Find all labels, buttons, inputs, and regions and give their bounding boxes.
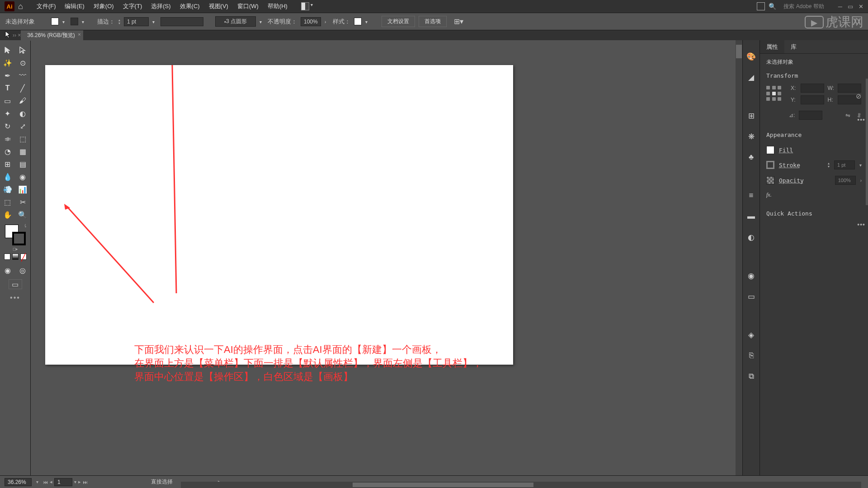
mesh-tool[interactable]: ⊞	[0, 158, 15, 170]
opacity-label[interactable]: Opacity	[779, 177, 830, 184]
draw-normal-icon[interactable]: ◉	[0, 264, 15, 277]
screen-mode-button[interactable]: ▭	[9, 279, 22, 289]
asset-export-icon[interactable]: ⎘	[746, 351, 756, 361]
fill-label[interactable]: Fill	[779, 147, 862, 154]
pen-tool[interactable]: ✒	[0, 69, 15, 82]
slice-tool[interactable]: ✂	[15, 196, 31, 208]
link-wh-icon[interactable]: ⊘	[856, 92, 862, 100]
curvature-tool[interactable]: 〰	[15, 69, 31, 82]
fill-swatch[interactable]	[51, 18, 59, 25]
panel-scrollbar[interactable]	[866, 79, 868, 205]
none-mode-swatch[interactable]: ╱	[20, 253, 27, 260]
layout-icon[interactable]	[757, 2, 765, 10]
direct-selection-tool[interactable]	[15, 44, 31, 56]
type-tool[interactable]: T	[0, 82, 15, 94]
document-setup-button[interactable]: 文档设置	[382, 16, 415, 27]
canvas-area[interactable]: 下面我们来认识一下AI的操作界面，点击AI界面的【新建】一个画板， 在界面上方是…	[31, 40, 742, 475]
artboard[interactable]: 下面我们来认识一下AI的操作界面，点击AI界面的【新建】一个画板， 在界面上方是…	[45, 65, 513, 365]
appearance-stroke-input[interactable]	[834, 160, 855, 169]
reference-point-grid[interactable]	[766, 86, 783, 102]
maximize-icon[interactable]: ▭	[848, 3, 853, 10]
hand-tool[interactable]: ✋	[0, 208, 15, 221]
chevron-right-icon[interactable]: ›	[325, 19, 329, 24]
transform-x-input[interactable]	[801, 84, 824, 93]
search-icon[interactable]: 🔍	[769, 3, 776, 10]
rotate-angle-input[interactable]	[799, 111, 822, 120]
menu-help[interactable]: 帮助(H)	[263, 0, 292, 12]
close-tab-icon[interactable]: ×	[78, 32, 80, 37]
stroke-panel-icon[interactable]: ≡	[746, 191, 756, 201]
menu-select[interactable]: 选择(S)	[146, 0, 175, 12]
menu-view[interactable]: 视图(V)	[204, 0, 233, 12]
lasso-tool[interactable]: ⊙	[15, 56, 31, 69]
graphic-styles-icon[interactable]: ▭	[746, 291, 756, 301]
menu-type[interactable]: 文字(T)	[118, 0, 147, 12]
preferences-button[interactable]: 首选项	[419, 16, 447, 27]
flip-horizontal-icon[interactable]: ⇋	[845, 112, 850, 119]
menu-effect[interactable]: 效果(C)	[175, 0, 204, 12]
scale-tool[interactable]: ⤢	[15, 120, 31, 132]
transform-w-input[interactable]	[838, 84, 861, 93]
chevron-down-icon[interactable]: ▾	[365, 19, 370, 24]
color-mode-swatch[interactable]	[4, 253, 10, 260]
artboards-panel-icon[interactable]: ⧉	[746, 371, 756, 381]
column-graph-tool[interactable]: 📊	[15, 183, 31, 196]
zoom-input[interactable]	[5, 478, 32, 486]
workspace-switcher[interactable]: ▾	[301, 2, 313, 10]
transform-options-icon[interactable]: •••	[857, 116, 865, 123]
zoom-tool[interactable]: 🔍	[15, 208, 31, 221]
brushes-panel-icon[interactable]: ❋	[746, 131, 756, 141]
fx-button[interactable]: fx.	[766, 192, 862, 198]
align-icon[interactable]: ⊞▾	[454, 17, 463, 26]
gradient-panel-icon[interactable]: ▬	[746, 211, 756, 221]
stroke-dropdown-icon[interactable]: ▾	[82, 19, 86, 24]
eraser-tool[interactable]: ◐	[15, 107, 31, 120]
line-tool[interactable]: ╱	[15, 82, 31, 94]
color-panel-icon[interactable]: 🎨	[746, 52, 756, 61]
layers-panel-icon[interactable]: ◈	[746, 330, 756, 340]
home-icon[interactable]: ⌂	[18, 2, 23, 11]
opacity-input[interactable]	[301, 17, 321, 26]
rectangle-tool[interactable]: ▭	[0, 94, 15, 107]
gradient-mode-swatch[interactable]	[12, 253, 19, 260]
symbol-sprayer-tool[interactable]: 💨	[0, 183, 15, 196]
document-tab[interactable]: 36.26% (RGB/预览) ×	[21, 30, 83, 41]
symbols-panel-icon[interactable]: ♣	[746, 152, 756, 162]
color-guide-icon[interactable]: ◢	[746, 72, 756, 82]
fill-dropdown-icon[interactable]: ▾	[62, 19, 67, 24]
color-proxy[interactable]: ⤹	[5, 225, 26, 245]
artboard-number-input[interactable]	[54, 478, 72, 486]
shape-builder-tool[interactable]: ◔	[0, 145, 15, 158]
appearance-options-icon[interactable]: •••	[857, 221, 865, 228]
stroke-label[interactable]: Stroke	[779, 162, 823, 169]
app-icon[interactable]: Ai	[5, 1, 14, 11]
appearance-opacity-input[interactable]	[835, 176, 856, 185]
tab-libraries[interactable]: 库	[784, 40, 803, 53]
selection-tool[interactable]	[0, 44, 15, 56]
width-tool[interactable]: ⟚	[0, 132, 15, 145]
close-icon[interactable]: ✕	[859, 3, 863, 10]
appearance-stroke-swatch[interactable]	[766, 161, 774, 169]
eyedropper-tool[interactable]: 💧	[0, 170, 15, 183]
minimize-icon[interactable]: ─	[838, 3, 842, 10]
chevron-down-icon[interactable]: ▾	[259, 19, 264, 24]
stroke-weight-input[interactable]	[124, 17, 149, 26]
transform-y-input[interactable]	[801, 95, 824, 104]
blend-tool[interactable]: ◉	[15, 170, 31, 183]
shaper-tool[interactable]: ✦	[0, 107, 15, 120]
appearance-opacity-swatch[interactable]	[766, 176, 774, 184]
variable-width-profile[interactable]	[160, 17, 203, 26]
gradient-tool[interactable]: ▤	[15, 158, 31, 170]
graphic-style-swatch[interactable]	[354, 18, 362, 25]
swatches-panel-icon[interactable]: ⊞	[746, 111, 756, 121]
appearance-fill-swatch[interactable]	[766, 146, 774, 154]
vertical-scrollbar[interactable]	[736, 40, 742, 475]
perspective-grid-tool[interactable]: ▦	[15, 145, 31, 158]
artboard-navigation[interactable]: ⏮ ◂ ▾ ▸ ⏭	[43, 478, 88, 486]
free-transform-tool[interactable]: ⬚	[15, 132, 31, 145]
magic-wand-tool[interactable]: ✨	[0, 56, 15, 69]
tab-properties[interactable]: 属性	[760, 40, 784, 53]
brush-definition[interactable]: • 3 点圆形	[215, 16, 256, 27]
stroke-swatch[interactable]	[71, 18, 78, 25]
horizontal-scrollbar[interactable]	[181, 482, 861, 488]
